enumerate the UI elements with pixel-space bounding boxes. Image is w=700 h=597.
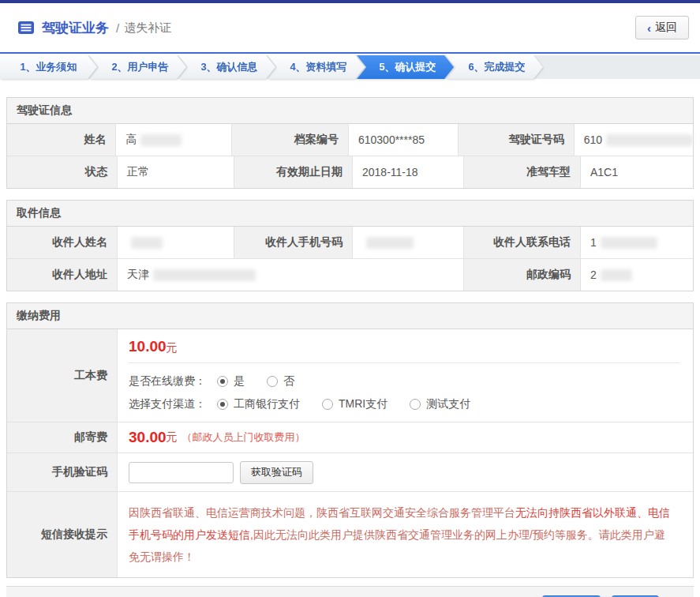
tab-step-1[interactable]: 1、业务须知 bbox=[0, 55, 97, 79]
file-no-label: 档案编号 bbox=[232, 124, 349, 156]
back-button[interactable]: ‹ 返回 bbox=[635, 16, 689, 39]
base-fee-label: 工本费 bbox=[7, 329, 118, 422]
base-fee-unit: 元 bbox=[167, 341, 178, 354]
postage-fee-note: （邮政人员上门收取费用） bbox=[182, 430, 305, 445]
postage-fee-unit: 元 bbox=[167, 430, 178, 445]
recipient-name-label: 收件人姓名 bbox=[7, 227, 118, 258]
vehicle-class-value: A1C1 bbox=[581, 156, 693, 188]
tab-step-6[interactable]: 6、完成提交 bbox=[446, 55, 543, 79]
table-row: 姓名 高 档案编号 610300****85 驾驶证号码 610 bbox=[7, 124, 693, 156]
recipient-address-value: 天津 bbox=[118, 259, 464, 291]
chevron-left-icon: ‹ bbox=[647, 21, 651, 35]
back-button-label: 返回 bbox=[655, 21, 677, 35]
sms-notice-part1: 因陕西省联通、电信运营商技术问题，陕西省互联网交通安全综合服务管理平台 bbox=[129, 506, 515, 519]
redacted-blur bbox=[601, 237, 657, 249]
radio-icon[interactable] bbox=[217, 376, 228, 387]
breadcrumb-current: 遗失补证 bbox=[124, 21, 171, 36]
postage-fee-label: 邮寄费 bbox=[7, 422, 118, 452]
divider bbox=[129, 362, 680, 363]
pickup-info-section: 取件信息 收件人姓名 收件人手机号码 收件人联系电话 1 收件人地址 天津 邮政… bbox=[6, 200, 694, 291]
redacted-blur bbox=[153, 269, 256, 281]
page-title: 驾驶证业务 bbox=[42, 19, 109, 37]
redacted-blur bbox=[366, 237, 414, 249]
pickup-section-title: 取件信息 bbox=[7, 201, 693, 227]
recipient-mobile-label: 收件人手机号码 bbox=[234, 227, 353, 258]
tab-step-4[interactable]: 4、资料填写 bbox=[268, 55, 365, 79]
fees-section: 缴纳费用 工本费 10.00元 是否在线缴费： 是 否 选择支付渠道： bbox=[6, 302, 694, 578]
name-label: 姓名 bbox=[7, 124, 116, 156]
radio-icon[interactable] bbox=[217, 399, 228, 410]
base-fee-row: 工本费 10.00元 是否在线缴费： 是 否 选择支付渠道： bbox=[7, 329, 693, 422]
breadcrumb-separator: / bbox=[116, 21, 119, 35]
option-label: 工商银行支付 bbox=[234, 397, 300, 411]
radio-icon[interactable] bbox=[322, 399, 333, 410]
online-pay-question: 是否在线缴费： bbox=[129, 374, 217, 389]
step-tabs: 1、业务须知 2、用户申告 3、确认信息 4、资料填写 5、确认提交 6、完成提… bbox=[0, 55, 700, 79]
zip-code-value: 2 bbox=[581, 259, 693, 291]
license-no-value: 610 bbox=[575, 124, 693, 156]
captcha-input[interactable] bbox=[129, 462, 234, 483]
license-no-label: 驾驶证号码 bbox=[459, 124, 574, 156]
tab-step-2[interactable]: 2、用户申告 bbox=[89, 55, 186, 79]
pay-channel-option-icbc[interactable]: 工商银行支付 bbox=[217, 397, 300, 411]
option-label: TMRI支付 bbox=[339, 397, 387, 411]
sms-notice-text: 因陕西省联通、电信运营商技术问题，陕西省互联网交通安全综合服务管理平台无法向持陕… bbox=[118, 492, 693, 577]
postage-fee-row: 邮寄费 30.00元 （邮政人员上门收取费用） bbox=[7, 422, 693, 452]
option-label: 否 bbox=[283, 374, 294, 389]
file-no-value: 610300****85 bbox=[349, 124, 459, 156]
option-label: 是 bbox=[234, 374, 245, 389]
fees-section-title: 缴纳费用 bbox=[7, 303, 693, 329]
table-row: 状态 正常 有效期止日期 2018-11-18 准驾车型 A1C1 bbox=[7, 156, 693, 188]
pay-channel-question-row: 选择支付渠道： 工商银行支付 TMRI支付 测试支付 bbox=[129, 395, 680, 414]
base-fee-amount-line: 10.00元 bbox=[129, 338, 680, 355]
tab-step-3[interactable]: 3、确认信息 bbox=[178, 55, 275, 79]
option-label: 测试支付 bbox=[426, 397, 470, 411]
redacted-blur bbox=[131, 237, 163, 249]
captcha-label: 手机验证码 bbox=[7, 453, 118, 491]
zip-code-label: 邮政编码 bbox=[464, 259, 581, 291]
list-icon bbox=[17, 21, 35, 35]
pay-channel-question: 选择支付渠道： bbox=[129, 397, 217, 411]
footer-action-bar: 上一步 完成 bbox=[6, 586, 694, 597]
online-pay-option-yes[interactable]: 是 bbox=[217, 374, 245, 389]
status-label: 状态 bbox=[7, 156, 118, 188]
license-section-title: 驾驶证信息 bbox=[7, 98, 693, 124]
expiry-value: 2018-11-18 bbox=[353, 156, 464, 188]
base-fee-amount: 10.00 bbox=[129, 338, 167, 355]
recipient-address-label: 收件人地址 bbox=[7, 259, 118, 291]
radio-icon[interactable] bbox=[267, 376, 278, 387]
captcha-row: 手机验证码 获取验证码 bbox=[7, 452, 693, 491]
status-value: 正常 bbox=[118, 156, 234, 188]
table-row: 收件人姓名 收件人手机号码 收件人联系电话 1 bbox=[7, 227, 693, 258]
license-info-section: 驾驶证信息 姓名 高 档案编号 610300****85 驾驶证号码 610 状… bbox=[6, 97, 694, 189]
online-pay-option-no[interactable]: 否 bbox=[267, 374, 294, 389]
recipient-name-value bbox=[118, 227, 234, 258]
redacted-blur bbox=[140, 134, 182, 146]
vehicle-class-label: 准驾车型 bbox=[464, 156, 581, 188]
get-captcha-button[interactable]: 获取验证码 bbox=[240, 461, 313, 484]
recipient-phone-label: 收件人联系电话 bbox=[464, 227, 581, 258]
postage-fee-amount: 30.00 bbox=[129, 429, 167, 446]
sms-notice-label: 短信接收提示 bbox=[7, 492, 118, 577]
redacted-blur bbox=[601, 269, 632, 281]
name-value: 高 bbox=[116, 124, 231, 156]
recipient-phone-value: 1 bbox=[581, 227, 693, 258]
radio-icon[interactable] bbox=[410, 399, 421, 410]
pay-channel-option-test[interactable]: 测试支付 bbox=[410, 397, 470, 411]
sms-notice-row: 短信接收提示 因陕西省联通、电信运营商技术问题，陕西省互联网交通安全综合服务管理… bbox=[7, 491, 693, 577]
recipient-mobile-value bbox=[353, 227, 464, 258]
expiry-label: 有效期止日期 bbox=[234, 156, 353, 188]
page-header: 驾驶证业务 / 遗失补证 ‹ 返回 bbox=[0, 3, 700, 54]
redacted-blur bbox=[606, 134, 693, 146]
table-row: 收件人地址 天津 邮政编码 2 bbox=[7, 258, 693, 291]
pay-channel-option-tmri[interactable]: TMRI支付 bbox=[322, 397, 387, 411]
online-pay-question-row: 是否在线缴费： 是 否 bbox=[129, 372, 680, 391]
tab-step-5[interactable]: 5、确认提交 bbox=[357, 55, 454, 79]
